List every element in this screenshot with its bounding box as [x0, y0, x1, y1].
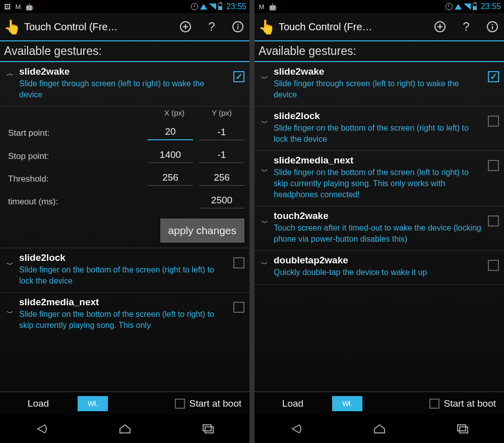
add-button[interactable] [432, 19, 448, 34]
gesture-touch2wake[interactable]: ﹀ touch2wake Touch screen after it timed… [255, 206, 504, 251]
phone-left: 🖼 M 🤖 23:55 👆 Touch Control (Fre… ? Avai… [0, 0, 249, 443]
checkbox-slide2wake[interactable] [233, 71, 244, 82]
gesture-desc: Slide finger on the bottom of the screen… [274, 167, 484, 200]
add-button[interactable] [178, 19, 193, 34]
chevron-down-icon: ﹀ [4, 309, 16, 318]
gesture-desc: Touch screen after it timed-out to wake … [274, 223, 484, 244]
checkbox-slide2lock[interactable] [488, 116, 499, 127]
signal-icon [209, 4, 216, 10]
home-icon[interactable] [369, 421, 390, 437]
input-start-y[interactable]: -1 [199, 127, 244, 140]
recent-icon[interactable] [198, 421, 218, 437]
gesture-doubletap2wake[interactable]: ﹀ doubletap2wake Quickly double-tap the … [255, 251, 504, 285]
params-panel: X (px) Y (px) Start point: 20 -1 Stop po… [0, 106, 249, 248]
bottom-bar: Load Wł. Start at boot [255, 392, 504, 415]
svg-rect-6 [203, 425, 211, 431]
back-icon[interactable] [32, 421, 52, 437]
checkbox-start-at-boot[interactable] [429, 399, 439, 409]
header-y: Y (px) [199, 108, 244, 117]
load-button[interactable]: Load [8, 398, 69, 409]
gesture-slide2wake[interactable]: ﹀ slide2wake Slide finger through screen… [255, 62, 504, 106]
start-at-boot-label: Start at boot [444, 398, 496, 409]
gesture-slide2lock[interactable]: ﹀ slide2lock Slide finger on the bottom … [255, 106, 504, 151]
start-at-boot[interactable]: Start at boot [175, 398, 241, 409]
app-title: Touch Control (Fre… [24, 21, 118, 33]
battery-icon [473, 3, 477, 10]
gesture-title: slide2lock [19, 252, 229, 263]
input-timeout[interactable]: 2500 [199, 195, 244, 208]
status-bar: 🖼 M 🤖 23:55 [0, 0, 249, 13]
checkbox-doubletap2wake[interactable] [488, 260, 499, 271]
checkbox-slide2media[interactable] [488, 160, 499, 171]
checkbox-start-at-boot[interactable] [175, 399, 185, 409]
svg-rect-15 [460, 427, 468, 433]
section-header: Available gestures: [0, 41, 249, 62]
gesture-desc: Slide finger on the bottom of the screen… [274, 123, 484, 144]
chevron-down-icon: ﹀ [259, 260, 271, 269]
gesture-title: slide2media_next [274, 155, 484, 166]
status-bar: M 🤖 23:55 [255, 0, 504, 13]
checkbox-slide2media[interactable] [233, 302, 244, 313]
label-stop: Stop point: [8, 151, 142, 161]
nav-bar [0, 415, 249, 443]
section-header: Available gestures: [255, 41, 504, 62]
back-icon[interactable] [286, 421, 306, 437]
service-toggle[interactable]: Wł. [332, 396, 362, 411]
gesture-slide2lock[interactable]: ﹀ slide2lock Slide finger on the bottom … [0, 248, 249, 293]
gesture-title: touch2wake [274, 210, 484, 222]
input-threshold-y[interactable]: 256 [199, 172, 244, 186]
gesture-list: ﹀ slide2wake Slide finger through screen… [255, 62, 504, 392]
app-title: Touch Control (Fre… [279, 21, 372, 33]
input-stop-x[interactable]: 1400 [148, 149, 193, 163]
recent-icon[interactable] [453, 421, 473, 437]
gesture-desc: Quickly double-tap the device to wake it… [274, 267, 484, 278]
action-bar: 👆 Touch Control (Fre… ? [255, 13, 504, 41]
bottom-bar: Load Wł. Start at boot [0, 392, 249, 415]
gesture-title: slide2wake [274, 66, 484, 77]
checkbox-touch2wake[interactable] [488, 215, 499, 227]
picture-icon: 🖼 [3, 3, 11, 11]
chevron-down-icon: ﹀ [259, 74, 271, 83]
info-button[interactable] [230, 19, 245, 34]
status-clock: 23:55 [481, 2, 501, 11]
gesture-slide2media-next[interactable]: ﹀ slide2media_next Slide finger on the b… [255, 151, 504, 206]
checkbox-slide2lock[interactable] [233, 257, 244, 268]
alarm-icon [446, 3, 453, 10]
gesture-list: ︿ slide2wake Slide finger through screen… [0, 62, 249, 392]
input-threshold-x[interactable]: 256 [148, 172, 193, 186]
alarm-icon [191, 3, 198, 10]
input-stop-y[interactable]: -1 [199, 149, 244, 163]
mail-icon: M [258, 3, 266, 11]
input-start-x[interactable]: 20 [148, 126, 193, 140]
service-toggle[interactable]: Wł. [78, 396, 108, 411]
status-clock: 23:55 [226, 2, 246, 11]
app-icon: 👆 [259, 17, 275, 37]
help-button[interactable]: ? [204, 19, 219, 34]
gesture-slide2wake[interactable]: ︿ slide2wake Slide finger through screen… [0, 62, 249, 106]
start-at-boot[interactable]: Start at boot [429, 398, 496, 409]
gesture-slide2media-next[interactable]: ﹀ slide2media_next Slide finger on the b… [0, 293, 249, 337]
action-bar: 👆 Touch Control (Fre… ? [0, 13, 249, 41]
apply-button[interactable]: apply changes [160, 218, 244, 243]
gesture-title: doubletap2wake [274, 255, 484, 266]
svg-point-4 [237, 24, 238, 25]
gesture-title: slide2wake [19, 66, 229, 77]
info-button[interactable] [485, 19, 500, 34]
gesture-desc: Slide finger through screen (left to rig… [19, 78, 229, 100]
label-timeout: timeout (ms): [8, 197, 193, 207]
svg-point-12 [492, 24, 493, 25]
signal-icon [464, 4, 471, 10]
checkbox-slide2wake[interactable] [488, 71, 499, 82]
help-button[interactable]: ? [459, 19, 474, 34]
load-button[interactable]: Load [263, 398, 323, 409]
label-start: Start point: [8, 128, 142, 138]
android-icon: 🤖 [269, 3, 277, 11]
battery-icon [218, 3, 222, 10]
phone-right: M 🤖 23:55 👆 Touch Control (Fre… ? Availa… [255, 0, 504, 443]
chevron-up-icon: ︿ [4, 69, 16, 78]
nav-bar [255, 415, 504, 443]
mail-icon: M [14, 3, 22, 11]
label-threshold: Threshold: [8, 174, 142, 184]
chevron-down-icon: ﹀ [259, 167, 271, 176]
home-icon[interactable] [115, 421, 135, 437]
